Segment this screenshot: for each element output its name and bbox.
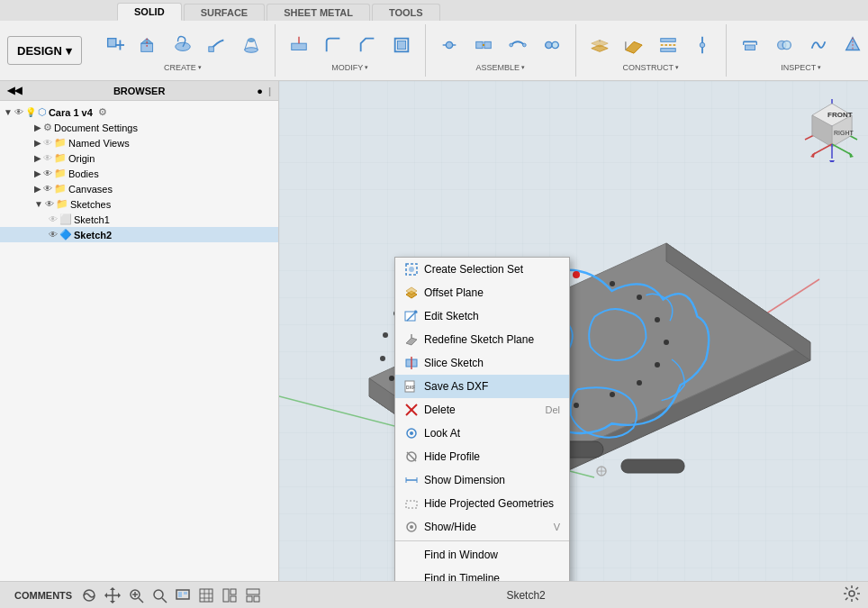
ctx-show-hide[interactable]: Show/Hide V (395, 515, 569, 539)
ctx-offset-plane[interactable]: Offset Plane (395, 281, 569, 304)
ctx-save-as-dxf-label: Save As DXF (424, 380, 488, 393)
tab-surface[interactable]: SURFACE (184, 4, 266, 21)
display-icon[interactable] (173, 585, 193, 605)
grid-icon[interactable] (196, 585, 216, 605)
extrude-button[interactable] (132, 29, 165, 61)
ctx-slice-sketch[interactable]: Slice Sketch (395, 351, 569, 375)
eye-off-origin[interactable]: 👁 (43, 153, 52, 163)
ctx-show-dimension[interactable]: Show Dimension (395, 468, 569, 492)
sweep-button[interactable] (201, 29, 233, 61)
eye-on-canvases[interactable]: 👁 (43, 184, 52, 194)
ctx-look-at[interactable]: Look At (395, 422, 569, 445)
ctx-delete[interactable]: Delete Del (395, 398, 569, 422)
view-cube[interactable]: FRONT RIGHT (796, 90, 859, 153)
svg-line-144 (162, 598, 167, 603)
curvature-button[interactable] (802, 29, 835, 61)
tree-expand-bodies[interactable]: ▶ (34, 168, 41, 178)
svg-rect-154 (231, 589, 236, 594)
settings-gear-icon[interactable]: ⚙ (98, 106, 107, 118)
create-section: CREATE▾ (91, 24, 276, 77)
browser-item-cara1v4[interactable]: ▼ 👁 💡 ⬡ Cara 1 v4 ⚙ (0, 104, 278, 120)
eye-on-bodies[interactable]: 👁 (43, 168, 52, 178)
angle-plane-button[interactable] (618, 29, 650, 61)
eye-on-sketches[interactable]: 👁 (45, 199, 54, 209)
tab-tools[interactable]: TOOLS (372, 4, 440, 21)
tree-expand-doc-settings[interactable]: ▶ (34, 123, 41, 132)
comments-button[interactable]: COMMENTS (7, 588, 79, 603)
browser-collapse-left[interactable]: ◀◀ (7, 85, 22, 96)
show-dimension-icon (404, 473, 419, 487)
ctx-create-selection-set[interactable]: Create Selection Set (395, 258, 569, 281)
tab-sheet-metal[interactable]: SHEET METAL (267, 4, 370, 21)
tree-collapse-sketches[interactable]: ▼ (34, 199, 43, 209)
shell-button[interactable] (385, 29, 418, 61)
ctx-redefine-sketch-plane[interactable]: Redefine Sketch Plane (395, 328, 569, 351)
toolbar: SOLID SURFACE SHEET METAL TOOLS DESIGN ▾ (0, 0, 868, 81)
eye-off-sketch1[interactable]: 👁 (49, 214, 58, 224)
ctx-hide-projected-geometries[interactable]: Hide Projected Geometries (395, 492, 569, 515)
fillet-button[interactable] (317, 29, 349, 61)
svg-rect-31 (661, 39, 676, 42)
construct-section: CONSTRUCT▾ (576, 24, 727, 77)
browser-item-sketch2[interactable]: 👁 🔷 Sketch2 (0, 227, 278, 242)
settings-gear-icon[interactable] (843, 585, 861, 606)
ctx-save-as-dxf[interactable]: DXF Save As DXF (395, 375, 569, 398)
svg-line-140 (139, 598, 143, 603)
tree-collapse-cara1v4[interactable]: ▼ (4, 107, 13, 117)
context-menu: Create Selection Set Offset Plane (394, 257, 570, 581)
svg-point-23 (522, 43, 526, 47)
ctx-find-in-window[interactable]: Find in Window (395, 543, 569, 567)
svg-point-88 (573, 271, 580, 278)
orbit-icon[interactable] (79, 585, 99, 605)
interference-button[interactable] (768, 29, 800, 61)
browser-item-sketches[interactable]: ▼ 👁 📁 Sketches (0, 196, 278, 212)
tab-solid[interactable]: SOLID (117, 3, 182, 21)
joint-button[interactable] (433, 29, 466, 61)
press-pull-button[interactable] (283, 29, 315, 61)
zoom-icon[interactable] (126, 585, 146, 605)
measure-button[interactable] (734, 29, 766, 61)
canvases-label: Canvases (68, 184, 113, 195)
eye-on-sketch2[interactable]: 👁 (49, 230, 58, 240)
tree-expand-origin[interactable]: ▶ (34, 153, 41, 163)
offset-plane-button[interactable] (583, 29, 616, 61)
ctx-find-in-timeline[interactable]: Find in Timeline (395, 567, 569, 581)
axis-button[interactable] (686, 29, 719, 61)
new-component-button[interactable] (98, 29, 131, 61)
browser-item-bodies[interactable]: ▶ 👁 📁 Bodies (0, 166, 278, 181)
browser-item-origin[interactable]: ▶ 👁 📁 Origin (0, 150, 278, 166)
browser-item-sketch1[interactable]: 👁 ⬜ Sketch1 (0, 212, 278, 227)
assemble-label: ASSEMBLE▾ (476, 63, 526, 72)
motion-link-button[interactable] (502, 29, 534, 61)
svg-point-8 (245, 48, 258, 53)
svg-point-16 (446, 41, 452, 48)
tree-expand-canvases[interactable]: ▶ (34, 184, 41, 194)
fit-icon[interactable] (149, 585, 169, 605)
contact-button[interactable] (536, 29, 568, 61)
layout2-icon[interactable] (243, 585, 263, 605)
eye-off-named-views[interactable]: 👁 (43, 138, 52, 148)
midplane-button[interactable] (652, 29, 684, 61)
ctx-hide-profile[interactable]: Hide Profile (395, 445, 569, 468)
browser-item-named-views[interactable]: ▶ 👁 📁 Named Views (0, 135, 278, 150)
draft-button[interactable] (836, 29, 868, 61)
browser-pin[interactable]: ● (257, 86, 263, 96)
ctx-hide-projected-geometries-label: Hide Projected Geometries (424, 497, 554, 510)
redefine-icon (404, 332, 419, 347)
design-button[interactable]: DESIGN ▾ (7, 36, 82, 65)
chamfer-button[interactable] (351, 29, 384, 61)
tree-expand-named-views[interactable]: ▶ (34, 138, 41, 148)
revolve-button[interactable] (167, 29, 199, 61)
ctx-find-in-window-label: Find in Window (424, 549, 498, 561)
look-at-icon (404, 426, 419, 440)
hide-proj-icon (404, 496, 419, 511)
loft-button[interactable] (235, 29, 267, 61)
browser-item-doc-settings[interactable]: ▶ ⚙ Document Settings (0, 120, 278, 135)
layout-icon[interactable] (220, 585, 240, 605)
svg-rect-7 (209, 47, 214, 52)
browser-item-canvases[interactable]: ▶ 👁 📁 Canvases (0, 181, 278, 196)
eye-icon-cara1v4[interactable]: 👁 (14, 107, 23, 117)
pan-icon[interactable] (103, 585, 122, 605)
ctx-edit-sketch[interactable]: Edit Sketch (395, 304, 569, 328)
as-built-joint-button[interactable] (467, 29, 500, 61)
